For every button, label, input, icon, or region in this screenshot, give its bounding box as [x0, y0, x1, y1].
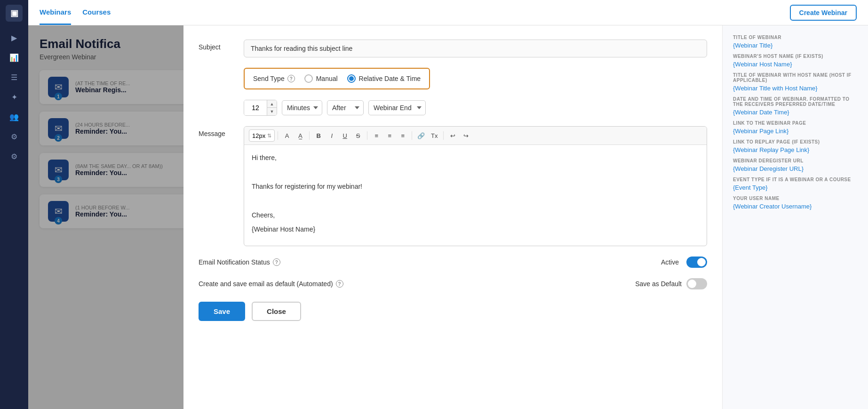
italic-btn[interactable]: I	[326, 129, 338, 142]
format-group: B I U S	[312, 129, 364, 142]
text-highlight-btn[interactable]: A̲	[294, 129, 306, 142]
right-title-6: WEBINAR DEREGISTER URL	[733, 158, 858, 163]
right-title-4: LINK TO THE WEBINAR PAGE	[733, 120, 858, 126]
send-type-label	[199, 68, 236, 72]
undo-btn[interactable]: ↩	[446, 129, 459, 142]
font-size-control[interactable]: 12px ⇅	[249, 129, 275, 142]
right-section-5: LINK TO REPLAY PAGE (IF EXISTS) {Webinar…	[733, 139, 858, 153]
indent-btn[interactable]: ≡	[397, 129, 409, 142]
default-row: Create and save email as default (Automa…	[199, 278, 707, 289]
underline-btn[interactable]: U	[339, 129, 351, 142]
right-link-7[interactable]: {Event Type}	[733, 184, 858, 191]
subject-input[interactable]	[244, 40, 707, 57]
modal-right-panel: TITLE OF WEBINAR {Webinar Title} WEBINAR…	[722, 25, 868, 409]
text-color-btn[interactable]: A	[281, 129, 293, 142]
message-row: Message 12px ⇅	[199, 126, 707, 246]
send-type-box: Send Type ? Manual	[244, 68, 430, 89]
status-toggle[interactable]	[686, 257, 707, 268]
link-group: 🔗 Tx	[415, 129, 440, 142]
subject-row: Subject	[199, 40, 707, 57]
right-section-1: WEBINAR'S HOST NAME (IF EXISTS) {Webinar…	[733, 54, 858, 68]
time-row: ▲ ▼ Minutes Hours Days After Before	[244, 100, 707, 116]
link-btn[interactable]: 🔗	[415, 129, 427, 142]
sidebar-item-integrations[interactable]: ✦	[6, 88, 23, 105]
sidebar-logo[interactable]: ▣	[6, 5, 23, 22]
right-section-6: WEBINAR DEREGISTER URL {Webinar Deregist…	[733, 158, 858, 172]
radio-relative-circle	[347, 74, 356, 83]
sidebar-item-settings[interactable]: ⚙	[6, 128, 23, 145]
default-help-icon[interactable]: ?	[336, 280, 343, 288]
right-section-4: LINK TO THE WEBINAR PAGE {Webinar Page L…	[733, 120, 858, 135]
redo-btn[interactable]: ↪	[460, 129, 472, 142]
toggle-knob-default	[688, 280, 696, 288]
nav-tabs: Webinars Courses	[40, 0, 111, 25]
right-link-3[interactable]: {Webinar Date Time}	[733, 109, 858, 116]
tab-webinars[interactable]: Webinars	[40, 0, 71, 25]
font-size-group: 12px ⇅	[249, 129, 275, 142]
list-group: ≡ ≡ ≡	[370, 129, 409, 142]
save-button[interactable]: Save	[199, 302, 245, 321]
modal-panel: Subject Send Type ?	[183, 25, 868, 409]
radio-relative[interactable]: Relative Date & Time	[347, 74, 421, 83]
bold-btn[interactable]: B	[312, 129, 325, 142]
right-link-2[interactable]: {Webinar Title with Host Name}	[733, 85, 858, 92]
toolbar-sep-2	[309, 131, 310, 140]
clear-format-btn[interactable]: Tx	[428, 129, 440, 142]
modal-form: Subject Send Type ?	[183, 25, 722, 409]
sidebar-item-analytics[interactable]: 📊	[6, 49, 23, 66]
subject-field	[244, 40, 707, 57]
sidebar-item-list[interactable]: ☰	[6, 69, 23, 86]
undo-redo-group: ↩ ↪	[446, 129, 472, 142]
time-unit-select[interactable]: Minutes Hours Days	[282, 100, 322, 115]
send-type-field: Send Type ? Manual	[244, 68, 707, 89]
right-link-0[interactable]: {Webinar Title}	[733, 42, 858, 49]
right-section-7: EVENT TYPE IF IT IS A WEBINAR OR A COURS…	[733, 177, 858, 191]
create-webinar-button[interactable]: Create Webinar	[790, 5, 857, 21]
time-direction-select[interactable]: After Before	[327, 100, 364, 115]
action-row: Save Close	[199, 300, 707, 321]
right-link-1[interactable]: {Webinar Host Name}	[733, 61, 858, 68]
font-size-value: 12px	[252, 132, 265, 139]
strikethrough-btn[interactable]: S	[352, 129, 364, 142]
radio-dot	[349, 76, 354, 81]
default-toggle[interactable]	[686, 278, 707, 289]
main-area: Webinars Courses Create Webinar Email No…	[28, 0, 868, 409]
radio-manual-circle	[304, 74, 313, 83]
right-link-6[interactable]: {Webinar Deregister URL}	[733, 165, 858, 172]
status-help-icon[interactable]: ?	[273, 258, 280, 266]
page-content: Email Notifica Evergreen Webinar ✉ 1 (AT…	[28, 25, 868, 409]
number-up-btn[interactable]: ▲	[267, 100, 277, 108]
right-title-8: YOUR USER NAME	[733, 196, 858, 201]
number-down-btn[interactable]: ▼	[267, 108, 277, 115]
radio-manual[interactable]: Manual	[304, 74, 338, 83]
radio-relative-label: Relative Date & Time	[359, 75, 421, 82]
right-link-8[interactable]: {Webinar Creator Username}	[733, 203, 858, 210]
sidebar-item-settings2[interactable]: ⚙	[6, 148, 23, 165]
editor-body[interactable]: Hi there, Thanks for registering for my …	[244, 145, 707, 246]
time-number-field[interactable]	[244, 100, 267, 115]
sidebar-item-people[interactable]: 👥	[6, 108, 23, 125]
top-nav: Webinars Courses Create Webinar	[28, 0, 868, 25]
number-arrows: ▲ ▼	[267, 100, 277, 115]
logo-symbol: ▣	[10, 8, 18, 18]
status-label: Email Notification Status ?	[199, 258, 280, 266]
close-button[interactable]: Close	[252, 302, 301, 321]
editor-container: 12px ⇅ A A̲	[244, 126, 707, 246]
sidebar-item-play[interactable]: ▶	[6, 29, 23, 46]
font-size-arrows: ⇅	[267, 133, 271, 139]
right-link-4[interactable]: {Webinar Page Link}	[733, 128, 858, 135]
right-title-0: TITLE OF WEBINAR	[733, 35, 858, 40]
toggle-knob-status	[697, 258, 706, 266]
send-type-help-icon[interactable]: ?	[287, 75, 295, 82]
right-link-5[interactable]: {Webinar Replay Page Link}	[733, 146, 858, 153]
unordered-list-btn[interactable]: ≡	[383, 129, 396, 142]
right-section-0: TITLE OF WEBINAR {Webinar Title}	[733, 35, 858, 49]
time-event-select[interactable]: Webinar End Webinar Start	[368, 100, 426, 115]
radio-group: Manual Relative Date & Time	[304, 74, 421, 83]
right-section-8: YOUR USER NAME {Webinar Creator Username…	[733, 196, 858, 210]
ordered-list-btn[interactable]: ≡	[370, 129, 382, 142]
tab-courses[interactable]: Courses	[82, 0, 111, 25]
text-color-group: A A̲	[281, 129, 306, 142]
toolbar-sep-1	[278, 131, 278, 140]
time-number-input: ▲ ▼	[244, 100, 277, 116]
